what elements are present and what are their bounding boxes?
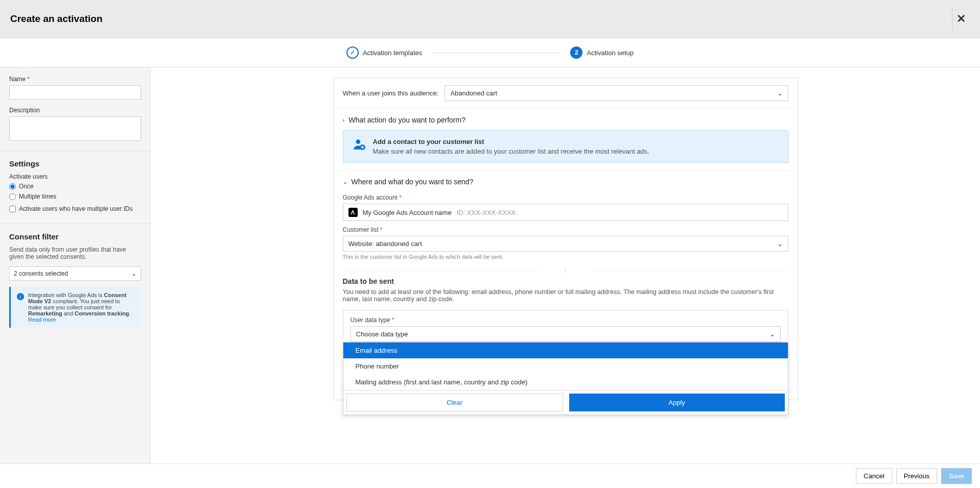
google-ads-icon: Λ	[348, 208, 358, 217]
svg-point-0	[356, 139, 360, 144]
chevron-down-icon: ⌄	[343, 179, 347, 185]
action-title: Add a contact to your customer list	[373, 138, 649, 145]
google-account-select[interactable]: Λ My Google Ads Account name ID: XXX-XXX…	[343, 204, 788, 221]
checkbox-multi-ids-input[interactable]	[9, 206, 16, 212]
consent-description: Send data only from user profiles that h…	[9, 246, 141, 260]
checkbox-label: Activate users who have multiple user ID…	[19, 205, 133, 212]
customer-list-select[interactable]: Website: abandoned cart ⌄	[343, 236, 788, 252]
description-input[interactable]	[9, 116, 141, 141]
read-more-link[interactable]: Read more	[28, 316, 56, 323]
chevron-right-icon: ›	[343, 117, 345, 123]
setup-panel: When a user joins this audience: Abandon…	[333, 78, 798, 400]
section-heading: Where and what do you want to send?	[352, 178, 474, 186]
clear-button[interactable]: Clear	[346, 394, 563, 411]
step-label: Activation setup	[587, 49, 634, 57]
consent-info-box: i Integration with Google Ads is Consent…	[9, 287, 141, 328]
consent-select-value: 2 consents selected	[14, 270, 68, 277]
info-icon: i	[17, 293, 24, 300]
footer: Cancel Previous Save	[0, 463, 980, 480]
step-number: 2	[570, 46, 582, 59]
step-divider	[432, 53, 560, 53]
customer-list-value: Website: abandoned cart	[348, 240, 772, 248]
previous-button[interactable]: Previous	[896, 468, 938, 480]
radio-once[interactable]: Once	[9, 183, 141, 190]
divider-arrow: ↓	[343, 267, 788, 274]
account-name: My Google Ads Account name	[363, 209, 452, 216]
data-type-dropdown: Email address Phone number Mailing addre…	[343, 342, 788, 415]
name-input[interactable]	[9, 85, 141, 100]
save-button[interactable]: Save	[941, 468, 972, 480]
radio-once-input[interactable]	[9, 183, 16, 190]
action-description: Make sure all new contacts are added to …	[373, 148, 649, 155]
data-type-block: User data type * Choose data type ⌄ Emai…	[343, 310, 788, 349]
audience-select-value: Abandoned cart	[450, 89, 497, 97]
data-sent-description: You need to add at least one of the foll…	[343, 288, 788, 303]
option-mailing[interactable]: Mailing address (first and last name, co…	[343, 374, 788, 390]
close-button[interactable]: ✕	[952, 7, 970, 31]
option-email[interactable]: Email address	[343, 343, 788, 358]
activate-users-label: Activate users	[9, 173, 141, 180]
stepper: ✓ Activation templates 2 Activation setu…	[0, 38, 980, 67]
radio-label: Multiple times	[19, 193, 56, 200]
settings-heading: Settings	[9, 159, 141, 168]
data-sent-heading: Data to be sent	[343, 277, 788, 285]
where-section-toggle[interactable]: ⌄ Where and what do you want to send?	[343, 178, 788, 186]
customer-list-label: Customer list *	[343, 226, 788, 233]
cancel-button[interactable]: Cancel	[856, 468, 892, 480]
user-plus-icon	[353, 138, 366, 151]
radio-multiple-input[interactable]	[9, 193, 16, 200]
select-placeholder: Choose data type	[356, 330, 408, 338]
user-data-type-label: User data type *	[351, 316, 781, 324]
apply-button[interactable]: Apply	[569, 394, 785, 411]
name-label: Name *	[9, 76, 141, 83]
step-label: Activation templates	[363, 49, 422, 57]
checkbox-multi-ids[interactable]: Activate users who have multiple user ID…	[9, 205, 141, 212]
consent-heading: Consent filter	[9, 232, 141, 241]
chevron-down-icon: ⌄	[769, 330, 775, 338]
description-label: Description	[9, 107, 141, 114]
main-content: When a user joins this audience: Abandon…	[151, 67, 980, 480]
chevron-down-icon: ⌄	[777, 89, 783, 97]
action-card: Add a contact to your customer list Make…	[343, 130, 788, 163]
page-header: Create an activation ✕	[0, 0, 980, 38]
audience-select[interactable]: Abandoned cart ⌄	[445, 85, 788, 101]
chevron-down-icon: ⌄	[131, 270, 136, 277]
step-setup[interactable]: 2 Activation setup	[570, 46, 634, 59]
action-section-toggle[interactable]: › What action do you want to perform?	[343, 116, 788, 124]
customer-list-help: This is the customer list in Google Ads …	[343, 254, 788, 260]
google-account-label: Google Ads account *	[343, 194, 788, 201]
chevron-down-icon: ⌄	[777, 240, 783, 248]
consent-select[interactable]: 2 consents selected ⌄	[9, 266, 141, 281]
check-icon: ✓	[346, 46, 359, 59]
sidebar: Name * Description Settings Activate use…	[0, 67, 151, 480]
option-phone[interactable]: Phone number	[343, 358, 788, 374]
user-data-type-select[interactable]: Choose data type ⌄	[351, 326, 781, 342]
section-heading: What action do you want to perform?	[348, 116, 465, 124]
page-title: Create an activation	[10, 13, 103, 25]
trigger-label: When a user joins this audience:	[343, 89, 439, 97]
step-templates[interactable]: ✓ Activation templates	[346, 46, 422, 59]
account-id: ID: XXX-XXX-XXXX	[457, 209, 516, 216]
radio-label: Once	[19, 183, 34, 190]
radio-multiple[interactable]: Multiple times	[9, 193, 141, 200]
